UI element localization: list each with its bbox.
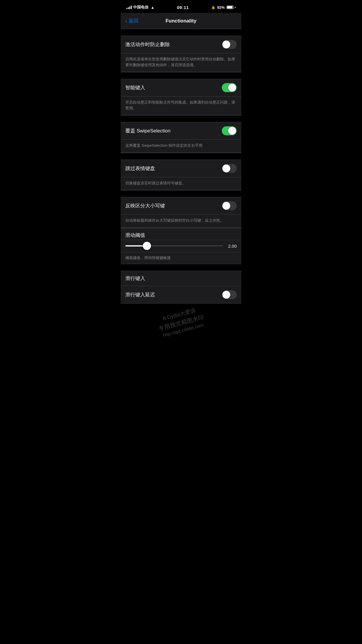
gap-5: [121, 264, 241, 271]
back-label: 返回: [129, 18, 138, 24]
glide-input-label: 滑行键入: [121, 271, 241, 286]
swipe-selection-toggle-knob: [228, 127, 236, 135]
swipe-selection-toggle[interactable]: [222, 126, 237, 135]
glide-delay-toggle[interactable]: [222, 290, 237, 299]
signal-icon: [126, 6, 132, 9]
top-gap: [121, 29, 241, 36]
glide-section: 滑行键入 滑行键入延迟: [121, 271, 241, 304]
carrier-label: 中国电信: [133, 5, 148, 10]
battery-icon: [226, 6, 236, 9]
glide-delay-toggle-knob: [222, 291, 230, 299]
prevent-delete-description: 启用此选项将在您使用删除键激活其它动作时禁用自动删除。如果要对删除键使用其他动作…: [121, 53, 241, 72]
nav-bar: ‹ 返回 Functionality: [121, 13, 241, 29]
skip-emoji-toggle-knob: [222, 164, 230, 172]
gap-2: [121, 116, 241, 122]
swipe-selection-description: 这将覆盖 SwipeSelection 插件设定的左右手势: [121, 140, 241, 153]
swipe-selection-label: 覆盖 SwipeSelection: [125, 127, 222, 134]
gap-1: [121, 72, 241, 79]
slider-value: 2.00: [226, 244, 237, 249]
gap-3: [121, 153, 241, 160]
setting-row-emoji: 跳过表情键盘: [121, 160, 241, 177]
page-title: Functionality: [149, 18, 213, 24]
setting-row-swipe: 覆盖 SwipeSelection: [121, 122, 241, 140]
setting-group-emoji: 跳过表情键盘 切换键盘语言时跳过表情符号键盘。: [121, 160, 241, 191]
setting-row-smart-input: 智能键入: [121, 79, 241, 97]
battery-percent: 92%: [217, 5, 225, 10]
glide-delay-row: 滑行键入延迟: [121, 286, 241, 303]
prevent-delete-toggle-knob: [222, 41, 230, 48]
back-chevron-icon: ‹: [125, 18, 127, 24]
slider-thumb[interactable]: [143, 242, 151, 250]
prevent-delete-toggle[interactable]: [222, 40, 237, 49]
setting-row-case: 反映区分大小写键: [121, 197, 241, 215]
slider-track[interactable]: [125, 245, 223, 246]
reflect-case-toggle-knob: [222, 202, 230, 210]
status-bar: 中国电信 ▲ 09:11 🔒 92%: [121, 0, 241, 13]
smart-input-toggle[interactable]: [222, 83, 237, 92]
reflect-case-description: 自动将标题和操作从大写键反映到空白小写键，反之亦然。: [121, 215, 241, 228]
slider-container: 2.00: [121, 240, 241, 252]
settings-content: 激活动作时防止删除 启用此选项将在您使用删除键激活其它动作时禁用自动删除。如果要…: [121, 29, 241, 304]
back-button[interactable]: ‹ 返回: [125, 18, 149, 24]
reflect-case-label: 反映区分大小写键: [125, 202, 222, 209]
setting-group-prevent-delete: 激活动作时防止删除 启用此选项将在您使用删除键激活其它动作时禁用自动删除。如果要…: [121, 36, 241, 72]
setting-group-smart-input: 智能键入 开启自动更正和智能标点符号的集成。如果遇到自动更正问题，请禁用。: [121, 79, 241, 116]
skip-emoji-label: 跳过表情键盘: [125, 165, 222, 172]
gap-4: [121, 190, 241, 197]
status-right: 🔒 92%: [211, 5, 236, 10]
smart-input-toggle-knob: [228, 84, 236, 92]
status-left: 中国电信 ▲: [126, 5, 154, 10]
slider-label: 滑动阈值: [121, 228, 241, 240]
setting-row-prevent-delete: 激活动作时防止删除: [121, 36, 241, 53]
glide-delay-label: 滑行键入延迟: [125, 291, 222, 298]
skip-emoji-toggle[interactable]: [222, 164, 237, 173]
status-time: 09:11: [177, 5, 189, 10]
smart-input-description: 开启自动更正和智能标点符号的集成。如果遇到自动更正问题，请禁用。: [121, 97, 241, 115]
reflect-case-toggle[interactable]: [222, 201, 237, 210]
smart-input-label: 智能键入: [125, 84, 222, 91]
slider-description: 阈值越低，滑动按键越敏捷: [121, 252, 241, 264]
prevent-delete-label: 激活动作时防止删除: [125, 41, 222, 48]
skip-emoji-description: 切换键盘语言时跳过表情符号键盘。: [121, 177, 241, 190]
setting-group-swipe: 覆盖 SwipeSelection 这将覆盖 SwipeSelection 插件…: [121, 122, 241, 153]
slider-section: 滑动阈值 2.00 阈值越低，滑动按键越敏捷: [121, 228, 241, 264]
setting-group-case: 反映区分大小写键 自动将标题和操作从大写键反映到空白小写键，反之亦然。: [121, 197, 241, 228]
lock-icon: 🔒: [211, 6, 215, 9]
wifi-icon: ▲: [151, 5, 154, 10]
